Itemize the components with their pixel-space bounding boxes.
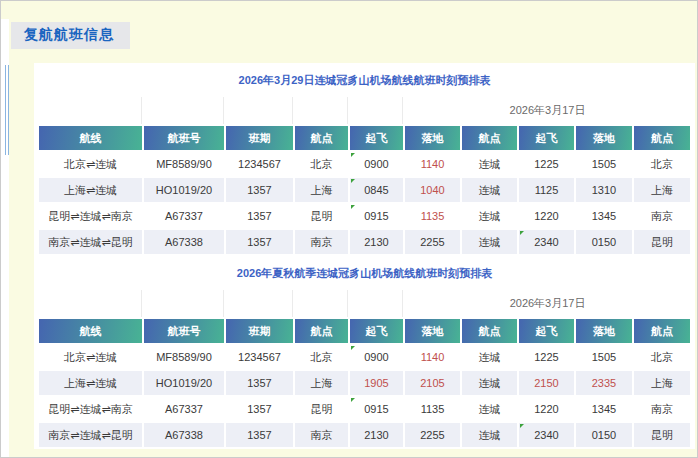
cell: 南京⇌连城⇌昆明 [39,230,142,254]
column-header-flightno: 航班号 [144,319,224,343]
column-header-days: 班期 [226,126,293,150]
table-row: 上海⇌连城HO1019/201357上海08451040连城11251310上海 [39,178,690,202]
cell: 1345 [576,204,632,228]
empty-cell [226,97,293,124]
cell-with-flag: 0900 [350,152,403,176]
cell: 南京 [295,230,348,254]
empty-cell [226,290,293,317]
column-header-point1: 航点 [295,319,348,343]
cell: 连城 [462,423,517,447]
column-header-arr2: 落地 [576,319,632,343]
column-header-dep2: 起飞 [519,319,574,343]
cell: 上海 [295,178,348,202]
cell: 1505 [576,345,632,369]
cell: A67338 [144,230,224,254]
cell: 1040 [405,178,460,202]
column-header-point3: 航点 [634,126,690,150]
column-header-dep1: 起飞 [350,319,403,343]
page-title: 复航航班信息 [11,22,130,49]
cell: 上海⇌连城 [39,371,142,395]
cell: 1234567 [226,152,293,176]
cell: 1220 [519,397,574,421]
table-row: 北京⇌连城MF8589/901234567北京09001140连城1225150… [39,345,690,369]
cell: 2130 [350,230,403,254]
cell-with-flag: 0915 [350,204,403,228]
cell: 上海 [295,371,348,395]
cell: 2105 [405,371,460,395]
table-row: 昆明⇌连城⇌南京A673371357昆明09151135连城12201345南京 [39,204,690,228]
column-header-route: 航线 [39,319,142,343]
content-panel: 2026年3月29日连城冠豸山机场航线航班时刻预排表 2026年3月17日 航线… [34,63,695,449]
cell: 上海⇌连城 [39,178,142,202]
table-row: 昆明⇌连城⇌南京A673371357昆明09151135连城12201345南京 [39,397,690,421]
column-header-dep2: 起飞 [519,126,574,150]
empty-cell [144,97,224,124]
table-row: 北京⇌连城MF8589/901234567北京09001140连城1225150… [39,152,690,176]
cell: 连城 [462,371,517,395]
column-header-point2: 航点 [462,126,517,150]
cell: 北京 [295,152,348,176]
column-header-point1: 航点 [295,126,348,150]
empty-cell [39,97,142,124]
empty-cell [295,290,348,317]
cell: 北京 [634,152,690,176]
cell: 1225 [519,345,574,369]
header-row: 航线 航班号 班期 航点 起飞 落地 航点 起飞 落地 航点 [39,319,690,343]
cell: 2150 [519,371,574,395]
flight-table-summer-autumn: 2026年夏秋航季连城冠豸山机场航线航班时刻预排表 2026年3月17日 航线 … [37,256,692,449]
cell: 1357 [226,230,293,254]
left-accent-lines [5,65,9,155]
cell: A67337 [144,397,224,421]
cell: 1135 [405,397,460,421]
cell: 北京 [634,345,690,369]
cell: 连城 [462,397,517,421]
cell: 1505 [576,152,632,176]
table-row: 上海⇌连城HO1019/201357上海19052105连城21502335上海 [39,371,690,395]
date-note: 2026年3月17日 [405,97,690,124]
cell: HO1019/20 [144,178,224,202]
cell: 昆明⇌连城⇌南京 [39,204,142,228]
cell: MF8589/90 [144,152,224,176]
cell: 连城 [462,204,517,228]
cell: 北京 [295,345,348,369]
cell: 2255 [405,230,460,254]
cell: 南京 [634,397,690,421]
empty-cell [39,290,142,317]
empty-cell [295,97,348,124]
cell: 昆明 [295,204,348,228]
cell: 2255 [405,423,460,447]
table-title: 2026年夏秋航季连城冠豸山机场航线航班时刻预排表 [39,258,690,288]
cell: 南京 [634,204,690,228]
column-header-arr2: 落地 [576,126,632,150]
cell: 连城 [462,345,517,369]
date-note: 2026年3月17日 [405,290,690,317]
date-row: 2026年3月17日 [39,290,690,317]
cell: 1357 [226,371,293,395]
table-title: 2026年3月29日连城冠豸山机场航线航班时刻预排表 [39,65,690,95]
cell: 北京⇌连城 [39,152,142,176]
table-title-row: 2026年夏秋航季连城冠豸山机场航线航班时刻预排表 [39,258,690,288]
cell: 1135 [405,204,460,228]
cell-with-flag: 0900 [350,345,403,369]
cell-with-flag: 2340 [519,423,574,447]
cell: 1225 [519,152,574,176]
cell: A67338 [144,423,224,447]
cell: 1357 [226,178,293,202]
cell: 连城 [462,230,517,254]
cell: 1234567 [226,345,293,369]
cell: 1125 [519,178,574,202]
cell: 1345 [576,397,632,421]
cell: 0150 [576,230,632,254]
column-header-arr1: 落地 [405,319,460,343]
column-header-point2: 航点 [462,319,517,343]
empty-cell [144,290,224,317]
cell: 南京⇌连城⇌昆明 [39,423,142,447]
column-header-point3: 航点 [634,319,690,343]
cell: 昆明 [295,397,348,421]
empty-cell [350,97,403,124]
table-row: 南京⇌连城⇌昆明A673381357南京21302255连城23400150昆明 [39,230,690,254]
column-header-days: 班期 [226,319,293,343]
column-header-arr1: 落地 [405,126,460,150]
cell: 昆明 [634,230,690,254]
table-title-row: 2026年3月29日连城冠豸山机场航线航班时刻预排表 [39,65,690,95]
